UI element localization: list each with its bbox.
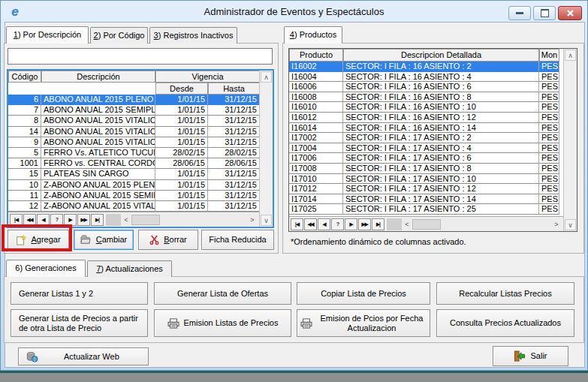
events-vscrollbar[interactable]: ∧ ∨ [259, 71, 273, 227]
record-last-button[interactable]: ▶| [372, 218, 384, 230]
search-input[interactable] [8, 48, 273, 65]
table-row[interactable]: 5FERRO Vs. ATLETICO TUCUM28/02/1528/02/1… [8, 148, 259, 158]
table-cell: SECTOR: I FILA : 16 ASIENTO : 6 [343, 82, 539, 92]
table-row[interactable]: I16012SECTOR: I FILA : 16 ASIENTO : 12PE… [289, 113, 563, 123]
tab-productos[interactable]: 4) Productos [284, 26, 342, 44]
tab-actualizaciones[interactable]: 7) Actualizaciones [87, 260, 172, 277]
cambiar-button[interactable]: Cambiar [74, 230, 134, 250]
column-header-codigo[interactable]: Código [8, 71, 41, 83]
consulta-precios-actualizados-button[interactable]: Consulta Precios Actualizados [436, 309, 574, 337]
record-next-page-button[interactable]: ▶▶ [358, 218, 371, 230]
table-row[interactable]: I16014SECTOR: I FILA : 16 ASIENTO : 14PE… [289, 123, 563, 134]
events-hscrollbar[interactable]: < > [106, 214, 258, 226]
events-table-header: Código Descripción Vigencia Desde Hasta [8, 71, 259, 95]
column-header-hasta[interactable]: Hasta [208, 83, 260, 95]
column-header-moneda[interactable]: Mon [539, 49, 559, 62]
table-cell: 1/01/15 [155, 105, 208, 116]
record-prev-page-button[interactable]: ◀◀ [304, 218, 317, 230]
table-row[interactable]: 11Z-ABONO ANUAL 2015 SEMIP1/01/1531/12/1… [8, 191, 259, 201]
table-row[interactable]: I17025SECTOR: I FILA : 17 ASIENTO : 25PE… [289, 204, 563, 215]
titlebar[interactable]: e Administrador de Eventos y Espectáculo… [2, 2, 586, 22]
button-label: Copiar Lista de Precios [321, 289, 406, 299]
table-cell: I16002 [289, 62, 343, 72]
table-row[interactable]: I17010SECTOR: I FILA : 17 ASIENTO : 10PE… [289, 174, 563, 185]
record-last-button[interactable]: ▶| [91, 214, 104, 226]
table-row[interactable]: I16002SECTOR: I FILA : 16 ASIENTO : 2PES [289, 62, 563, 72]
tab-generaciones[interactable]: 6) Generaciones [6, 260, 86, 277]
ficha-reducida-button[interactable]: Ficha Reducida [201, 230, 274, 250]
table-cell: PES [539, 113, 559, 123]
record-search-button[interactable]: ? [331, 218, 344, 230]
table-row[interactable]: I16010SECTOR: I FILA : 16 ASIENTO : 10PE… [289, 102, 563, 113]
generar-lista-ofertas-button[interactable]: Generar Lista de Ofertas [154, 282, 291, 305]
scroll-down-icon[interactable]: ∨ [261, 215, 272, 226]
record-next-button[interactable]: ▶ [345, 218, 357, 230]
products-vscrollbar[interactable]: ∧ ∨ [563, 49, 577, 231]
actualizar-web-button[interactable]: Actualizar Web [18, 347, 149, 365]
column-header-producto[interactable]: Producto [289, 49, 343, 62]
table-row[interactable]: 14ABONO ANUAL 2015 VITALICI1/01/1531/12/… [8, 127, 259, 137]
table-cell: Z-ABONO ANUAL 2015 PLENO [41, 180, 155, 191]
scroll-up-icon[interactable]: ∧ [261, 71, 272, 83]
table-row[interactable]: I17012SECTOR: I FILA : 17 ASIENTO : 12PE… [289, 184, 563, 194]
table-row[interactable]: 1001FERRO vs. CENTRAL CORDO28/06/1528/06… [8, 158, 259, 169]
table-cell: PES [539, 194, 559, 205]
printer-icon [300, 318, 312, 329]
products-hscrollbar[interactable]: < > [387, 218, 562, 230]
table-row[interactable]: 9ABONO ANUAL 2015 VITALICI1/01/1531/12/1… [8, 137, 259, 148]
scroll-right-icon[interactable]: > [551, 221, 562, 228]
table-row[interactable]: 10Z-ABONO ANUAL 2015 PLENO1/01/1531/12/1… [8, 180, 259, 191]
table-row[interactable]: I17006SECTOR: I FILA : 17 ASIENTO : 6PES [289, 153, 563, 164]
scroll-left-icon[interactable]: < [121, 216, 131, 224]
column-header-descripcion[interactable]: Descripción [41, 71, 155, 83]
table-row[interactable]: I17004SECTOR: I FILA : 17 ASIENTO : 4PES [289, 143, 563, 154]
annotation-highlight-box [2, 224, 72, 251]
table-cell: PES [539, 204, 559, 215]
table-row[interactable]: I17008SECTOR: I FILA : 17 ASIENTO : 8PES [289, 164, 563, 174]
tab-por-descripcion[interactable]: 1) Por Descripción [6, 26, 89, 44]
scroll-left-icon[interactable]: < [402, 221, 412, 228]
table-row[interactable]: 8ABONO ANUAL 2015 VITALICI1/01/1531/12/1… [8, 116, 259, 126]
scroll-right-icon[interactable]: > [247, 216, 258, 224]
table-row[interactable]: I16006SECTOR: I FILA : 16 ASIENTO : 6PES [289, 82, 563, 92]
generar-lista-desde-otra-button[interactable]: Generar Lista de Precios a partir de otr… [11, 309, 148, 337]
products-table: Producto Descripcion Detallada Mon I1600… [288, 48, 577, 232]
table-row[interactable]: 7ABONO ANUAL 2015 SEMIPLE1/01/1531/12/15 [8, 105, 259, 116]
table-row[interactable]: I17014SECTOR: I FILA : 17 ASIENTO : 14PE… [289, 194, 563, 205]
maximize-button[interactable] [533, 6, 556, 20]
table-row[interactable]: 15PLATEAS SIN CARGO1/01/1531/12/15 [8, 169, 259, 179]
column-header-desde[interactable]: Desde [155, 83, 208, 95]
tab-registros-inactivos[interactable]: 3) Registros Inactivos [149, 27, 237, 44]
minimize-button[interactable] [508, 6, 531, 20]
record-first-button[interactable]: |◀ [291, 218, 303, 230]
scroll-up-icon[interactable]: ∧ [565, 50, 576, 61]
close-button[interactable] [558, 6, 582, 20]
column-header-descripcion-detallada[interactable]: Descripcion Detallada [343, 49, 539, 62]
column-header-vigencia[interactable]: Vigencia [155, 71, 260, 83]
borrar-button[interactable]: Borrar [138, 230, 198, 250]
record-next-page-button[interactable]: ▶▶ [77, 214, 90, 226]
table-row[interactable]: I16008SECTOR: I FILA : 16 ASIENTO : 8PES [289, 92, 563, 103]
table-cell: PES [539, 62, 559, 72]
table-cell: I17006 [289, 153, 343, 164]
hotkey-underline: C [96, 235, 102, 244]
copiar-lista-precios-button[interactable]: Copiar Lista de Precios [297, 282, 430, 305]
emision-pcios-fecha-button[interactable]: Emision de Pcios por Fecha Actualizacion [297, 309, 430, 337]
salir-button[interactable]: Salir [493, 346, 568, 366]
hscrollbar-thumb[interactable] [412, 219, 441, 230]
recalcular-listas-precios-button[interactable]: Recalcular Listas Precios [436, 282, 574, 305]
scroll-down-icon[interactable]: ∨ [565, 219, 576, 230]
table-cell: 28/06/15 [155, 158, 208, 169]
table-cell: 1/01/15 [155, 191, 208, 201]
table-row[interactable]: I17002SECTOR: I FILA : 17 ASIENTO : 2PES [289, 133, 563, 143]
tab-por-codigo[interactable]: 2) Por Código [90, 27, 148, 44]
table-row[interactable]: 6ABONO ANUAL 2015 PLENO1/01/1531/12/15 [8, 95, 259, 105]
generar-listas-1y2-button[interactable]: Generar Listas 1 y 2 [11, 282, 148, 305]
record-prev-button[interactable]: ◀ [318, 218, 330, 230]
cambiar-label: Cambiar [96, 235, 128, 245]
button-label: Generar Lista de Ofertas [177, 289, 268, 299]
emision-listas-precios-button[interactable]: Emision Listas de Precios [154, 309, 291, 337]
hscrollbar-thumb[interactable] [131, 215, 160, 225]
table-row[interactable]: I16004SECTOR: I FILA : 16 ASIENTO : 4PES [289, 72, 563, 83]
table-row[interactable]: 12Z-ABONO ANUAL 2015 VITALI1/01/1531/12/… [8, 201, 259, 212]
